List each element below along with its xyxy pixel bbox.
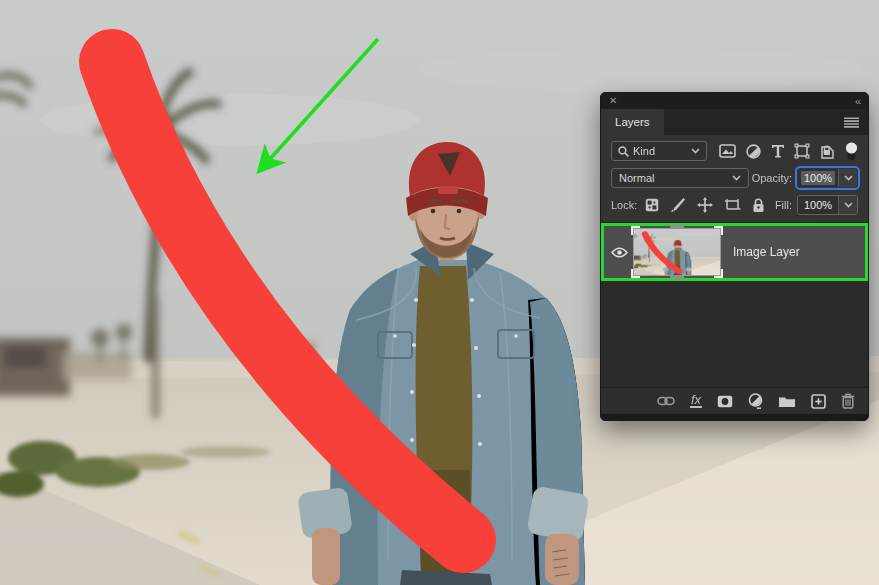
fill-input[interactable]: 100% <box>798 196 838 214</box>
smart-object-filter-icon[interactable] <box>820 143 835 159</box>
tab-layers[interactable]: Layers <box>601 109 664 135</box>
lock-image-pixels-icon[interactable] <box>670 197 686 213</box>
tab-layers-label: Layers <box>615 116 650 128</box>
filter-kind-select[interactable]: Kind <box>611 141 707 161</box>
panel-footer: fx <box>601 387 868 414</box>
blend-mode-value: Normal <box>619 172 732 184</box>
filter-icon-group <box>707 142 858 161</box>
layer-visibility-toggle[interactable] <box>604 247 634 258</box>
transform-handle-icon <box>670 275 684 279</box>
fill-control: 100% <box>797 195 858 215</box>
layer-style-button[interactable]: fx <box>690 394 702 408</box>
add-layer-mask-button[interactable] <box>717 395 733 408</box>
new-layer-icon <box>811 394 826 409</box>
pixel-layer-filter-icon[interactable] <box>719 144 736 158</box>
layer-list: Image Layer <box>601 222 868 387</box>
transform-handle-icon <box>631 226 640 235</box>
lock-artboard-icon[interactable] <box>724 198 741 212</box>
transform-handle-icon <box>670 225 684 229</box>
new-adjustment-layer-button[interactable] <box>748 393 763 409</box>
lock-all-icon[interactable] <box>752 198 765 213</box>
layer-thumbnail[interactable] <box>634 229 720 275</box>
trash-icon <box>841 393 855 409</box>
chevron-down-icon <box>844 202 853 208</box>
lock-icon-group <box>645 197 765 213</box>
transform-handle-icon <box>631 269 640 278</box>
opacity-input[interactable]: 100% <box>798 169 838 187</box>
photoshop-workspace: ✕ « Layers <box>0 0 879 585</box>
folder-icon <box>778 395 796 408</box>
adjustment-layer-icon <box>748 393 763 409</box>
filter-kind-label: Kind <box>633 145 687 157</box>
lock-position-icon[interactable] <box>697 197 713 213</box>
panel-bottom-strip <box>601 414 868 420</box>
layer-thumbnail-image <box>634 229 720 275</box>
adjustment-layer-filter-icon[interactable] <box>746 144 761 159</box>
layer-row-image-layer[interactable]: Image Layer <box>601 223 868 281</box>
type-layer-filter-icon[interactable] <box>771 144 785 158</box>
layers-panel: ✕ « Layers <box>600 92 869 421</box>
layer-name[interactable]: Image Layer <box>733 245 800 259</box>
layer-mask-icon <box>717 395 733 408</box>
new-group-button[interactable] <box>778 395 796 408</box>
fx-icon: fx <box>690 394 702 408</box>
close-icon[interactable]: ✕ <box>609 96 617 106</box>
fill-dropdown-button[interactable] <box>838 196 857 214</box>
blend-mode-select[interactable]: Normal <box>611 168 749 188</box>
panel-menu-button[interactable] <box>835 109 868 135</box>
fill-label: Fill: <box>775 199 792 211</box>
chevron-down-icon <box>691 148 700 154</box>
eye-icon <box>611 247 628 258</box>
lock-label: Lock: <box>611 199 637 211</box>
transform-handle-icon <box>714 226 723 235</box>
lock-transparent-pixels-icon[interactable] <box>645 198 659 212</box>
new-layer-button[interactable] <box>811 394 826 409</box>
panel-tabstrip: Layers <box>601 109 868 135</box>
collapse-panel-icon[interactable]: « <box>855 96 860 106</box>
panel-titlebar: ✕ « <box>601 93 868 109</box>
hamburger-menu-icon <box>844 117 859 128</box>
opacity-dropdown-button[interactable] <box>838 169 857 187</box>
opacity-label: Opacity: <box>752 172 792 184</box>
filter-toggle-icon[interactable] <box>845 142 858 161</box>
chevron-down-icon <box>844 175 853 181</box>
search-icon <box>618 146 629 157</box>
panel-controls: Kind <box>601 135 868 222</box>
transform-handle-icon <box>714 269 723 278</box>
fill-value: 100% <box>804 199 832 211</box>
opacity-value: 100% <box>801 171 835 185</box>
link-layers-button[interactable] <box>657 396 675 406</box>
chevron-down-icon <box>732 175 741 181</box>
link-icon <box>657 396 675 406</box>
shape-layer-filter-icon[interactable] <box>794 143 810 159</box>
opacity-control: 100% <box>797 168 858 188</box>
delete-layer-button[interactable] <box>841 393 855 409</box>
